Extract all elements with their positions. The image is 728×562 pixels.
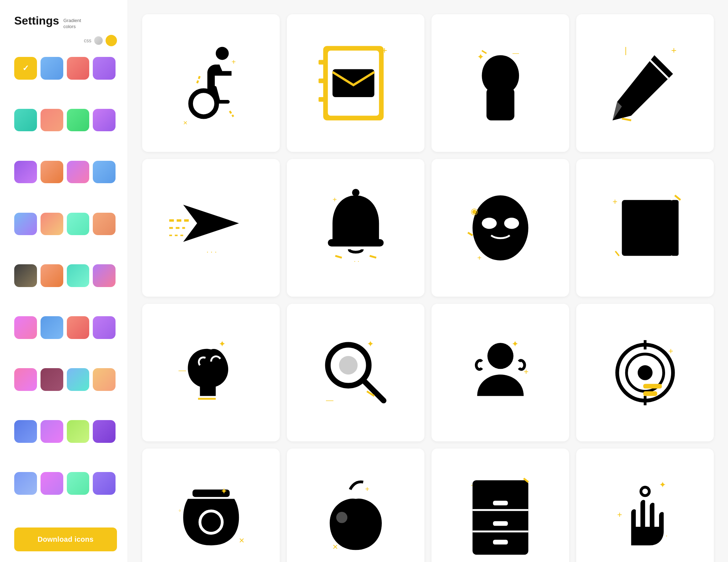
gradient-swatch-12[interactable] xyxy=(14,213,37,235)
gradient-swatch-20[interactable] xyxy=(14,316,37,339)
icon-card-alien-face[interactable]: ◉ + xyxy=(432,159,569,297)
svg-point-40 xyxy=(638,365,653,380)
gradient-swatch-13[interactable] xyxy=(41,213,63,235)
icon-card-hand-flower[interactable]: ✦ + · xyxy=(576,449,714,562)
svg-rect-8 xyxy=(318,78,326,83)
svg-point-0 xyxy=(216,47,229,60)
svg-rect-6 xyxy=(332,69,374,97)
gradient-swatch-0[interactable] xyxy=(14,57,37,80)
icon-card-search-analysis[interactable]: ✦ — xyxy=(287,304,424,441)
svg-text:+: + xyxy=(332,195,337,203)
svg-text:·: · xyxy=(665,531,668,539)
svg-text:+: + xyxy=(671,45,676,55)
icon-card-target-goal[interactable]: + xyxy=(576,304,714,441)
gradient-swatch-26[interactable] xyxy=(67,368,90,391)
svg-text:◦: ◦ xyxy=(178,506,181,514)
svg-text:◉: ◉ xyxy=(471,206,478,216)
icon-card-file-cabinet[interactable]: · xyxy=(432,449,569,562)
gradient-swatch-6[interactable] xyxy=(67,109,90,132)
svg-text:· · ·: · · · xyxy=(206,247,216,255)
svg-point-32 xyxy=(339,356,357,374)
download-button[interactable]: Download icons xyxy=(14,527,117,551)
icon-card-jar-container[interactable]: ✦ ◦ × xyxy=(142,449,280,562)
svg-text:|: | xyxy=(625,46,627,55)
gradient-colors-label: Gradientcolors xyxy=(63,18,81,30)
gradient-swatch-9[interactable] xyxy=(41,161,63,184)
svg-text:+: + xyxy=(668,346,673,356)
gradient-grid xyxy=(14,57,117,520)
svg-point-23 xyxy=(504,218,519,229)
gradient-swatch-1[interactable] xyxy=(41,57,63,80)
gradient-swatch-28[interactable] xyxy=(14,420,37,443)
color-dot-gray[interactable] xyxy=(94,36,103,45)
svg-rect-43 xyxy=(643,384,662,388)
svg-point-51 xyxy=(336,512,347,523)
svg-text:+: + xyxy=(617,510,622,519)
gradient-swatch-15[interactable] xyxy=(93,213,116,235)
gradient-swatch-33[interactable] xyxy=(41,472,63,495)
icon-card-wheelchair-accessibility[interactable]: × + xyxy=(142,14,280,152)
svg-point-18 xyxy=(352,189,359,196)
svg-text:✦: ✦ xyxy=(477,52,484,62)
icon-card-apple-bite[interactable]: + × xyxy=(287,449,424,562)
svg-text:—: — xyxy=(178,366,186,374)
svg-point-21 xyxy=(472,195,528,260)
main-content: × + + ✦ — + | · · · + xyxy=(128,0,728,562)
svg-text:×: × xyxy=(183,118,187,126)
gradient-swatch-27[interactable] xyxy=(93,368,116,391)
icon-card-airplane-fast[interactable]: · · · xyxy=(142,159,280,297)
gradient-swatch-29[interactable] xyxy=(41,420,63,443)
svg-rect-27 xyxy=(671,200,679,256)
svg-text:+: + xyxy=(477,254,481,262)
svg-rect-7 xyxy=(318,60,326,64)
icon-card-black-square[interactable]: + xyxy=(576,159,714,297)
svg-text:—: — xyxy=(326,396,333,404)
css-badge: css xyxy=(84,35,117,46)
svg-text:+: + xyxy=(382,45,387,55)
svg-text:✦: ✦ xyxy=(512,339,519,348)
gradient-swatch-14[interactable] xyxy=(67,213,90,235)
gradient-swatch-23[interactable] xyxy=(93,316,116,339)
svg-rect-26 xyxy=(622,200,673,256)
gradient-swatch-35[interactable] xyxy=(93,472,116,495)
icon-card-anonymous-user[interactable]: ✦ — xyxy=(432,14,569,152)
css-label: css xyxy=(84,38,91,43)
gradient-swatch-30[interactable] xyxy=(67,420,90,443)
gradient-swatch-25[interactable] xyxy=(41,368,63,391)
color-dot-active[interactable] xyxy=(106,35,117,46)
svg-text:·: · xyxy=(471,480,473,489)
gradient-swatch-22[interactable] xyxy=(67,316,90,339)
svg-text:—: — xyxy=(513,49,519,57)
icon-card-brain-ai[interactable]: ✦ — xyxy=(142,304,280,441)
settings-header: Settings Gradientcolors css xyxy=(14,14,117,46)
gradient-swatch-2[interactable] xyxy=(67,57,90,80)
gradient-swatch-32[interactable] xyxy=(14,472,37,495)
svg-point-35 xyxy=(487,343,513,369)
gradient-swatch-8[interactable] xyxy=(14,161,37,184)
gradient-swatch-24[interactable] xyxy=(14,368,37,391)
gradient-swatch-17[interactable] xyxy=(41,264,63,287)
svg-text:✦: ✦ xyxy=(218,339,225,348)
gradient-swatch-18[interactable] xyxy=(67,264,90,287)
svg-text:✦: ✦ xyxy=(220,487,228,496)
gradient-swatch-4[interactable] xyxy=(14,109,37,132)
icon-card-support-agent[interactable]: ✦ + xyxy=(432,304,569,441)
gradient-swatch-3[interactable] xyxy=(93,57,116,80)
icon-card-bell-notification[interactable]: + · · xyxy=(287,159,424,297)
icon-card-email-book[interactable]: + xyxy=(287,14,424,152)
svg-text:✦: ✦ xyxy=(659,480,666,489)
svg-text:×: × xyxy=(332,541,338,552)
gradient-swatch-7[interactable] xyxy=(93,109,116,132)
gradient-swatch-16[interactable] xyxy=(14,264,37,287)
gradient-swatch-19[interactable] xyxy=(93,264,116,287)
gradient-swatch-10[interactable] xyxy=(67,161,90,184)
svg-rect-58 xyxy=(493,521,508,526)
icon-card-pen-writing[interactable]: + | xyxy=(576,14,714,152)
gradient-swatch-34[interactable] xyxy=(67,472,90,495)
gradient-swatch-5[interactable] xyxy=(41,109,63,132)
gradient-swatch-31[interactable] xyxy=(93,420,116,443)
gradient-swatch-21[interactable] xyxy=(41,316,63,339)
svg-point-62 xyxy=(642,488,648,494)
svg-text:· ·: · · xyxy=(354,257,359,265)
gradient-swatch-11[interactable] xyxy=(93,161,116,184)
